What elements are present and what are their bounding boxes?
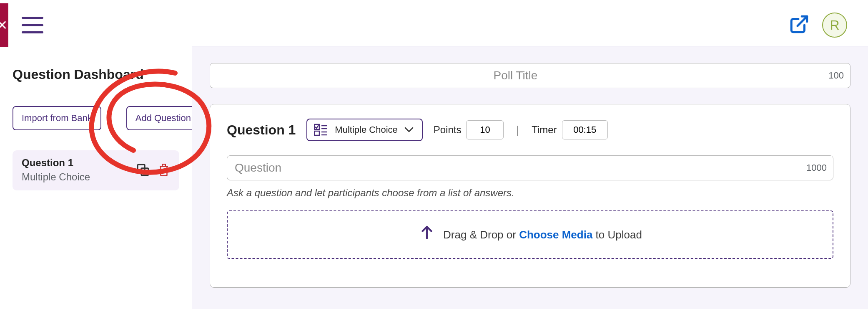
delete-button[interactable] <box>158 162 170 177</box>
import-from-bank-button[interactable]: Import from Bank <box>13 106 101 130</box>
layout: Question Dashboard Import from Bank Add … <box>0 46 868 309</box>
question-input[interactable] <box>227 155 833 180</box>
points-label: Points <box>434 124 462 136</box>
chevron-down-icon <box>404 127 414 133</box>
poll-title-input[interactable] <box>210 63 850 88</box>
question-panel: Question 1 Multiple Choice <box>210 104 850 288</box>
sidebar-buttons: Import from Bank Add Question <box>13 106 179 130</box>
top-bar: × R <box>0 0 868 46</box>
upload-prefix: Drag & Drop or <box>443 228 519 241</box>
question-card-type: Multiple Choice <box>22 171 90 183</box>
trash-icon <box>158 162 170 177</box>
upload-text: Drag & Drop or Choose Media to Upload <box>443 228 642 241</box>
external-link-icon <box>789 14 810 35</box>
poll-title-char-counter: 100 <box>828 70 844 81</box>
question-input-wrap: 1000 <box>227 155 833 180</box>
dashboard-title: Question Dashboard <box>13 67 179 90</box>
avatar[interactable]: R <box>822 13 847 38</box>
question-card-actions <box>136 162 170 177</box>
question-card[interactable]: Question 1 Multiple Choice <box>13 150 179 190</box>
poll-title-wrap: 100 <box>210 63 850 88</box>
upload-icon <box>418 224 436 241</box>
sidebar: Question Dashboard Import from Bank Add … <box>0 46 192 309</box>
avatar-letter: R <box>830 18 839 33</box>
hamburger-line-icon <box>22 17 43 19</box>
brand-block[interactable]: × <box>0 3 8 47</box>
timer-input[interactable] <box>562 120 608 139</box>
hamburger-line-icon <box>22 31 43 33</box>
main-panel: 100 Question 1 Multiple Choice <box>192 46 868 309</box>
hamburger-line-icon <box>22 24 43 26</box>
question-type-label: Multiple Choice <box>335 124 397 135</box>
upload-suffix: to Upload <box>592 228 642 241</box>
top-bar-right: R <box>789 13 851 38</box>
close-icon: × <box>0 16 7 34</box>
multiple-choice-icon <box>314 124 328 136</box>
svg-line-0 <box>798 16 807 26</box>
question-type-select[interactable]: Multiple Choice <box>306 119 422 141</box>
timer-field: Timer <box>532 120 607 139</box>
top-bar-left: × <box>0 3 43 47</box>
duplicate-button[interactable] <box>136 163 150 177</box>
question-panel-header: Question 1 Multiple Choice <box>227 119 833 141</box>
points-field: Points <box>434 120 504 139</box>
svg-rect-4 <box>314 131 319 135</box>
question-card-info: Question 1 Multiple Choice <box>22 157 90 183</box>
divider: | <box>514 124 521 137</box>
points-input[interactable] <box>466 120 504 139</box>
timer-label: Timer <box>532 124 557 136</box>
menu-button[interactable] <box>22 17 43 33</box>
choose-media-link[interactable]: Choose Media <box>519 228 592 241</box>
question-panel-title: Question 1 <box>227 122 296 138</box>
media-upload-box[interactable]: Drag & Drop or Choose Media to Upload <box>227 210 833 259</box>
copy-icon <box>136 163 150 177</box>
question-card-title: Question 1 <box>22 157 90 169</box>
add-question-button[interactable]: Add Question <box>126 106 200 130</box>
external-link-button[interactable] <box>789 14 810 36</box>
question-helper-text: Ask a question and let participants choo… <box>227 187 833 199</box>
question-char-counter: 1000 <box>806 162 827 173</box>
